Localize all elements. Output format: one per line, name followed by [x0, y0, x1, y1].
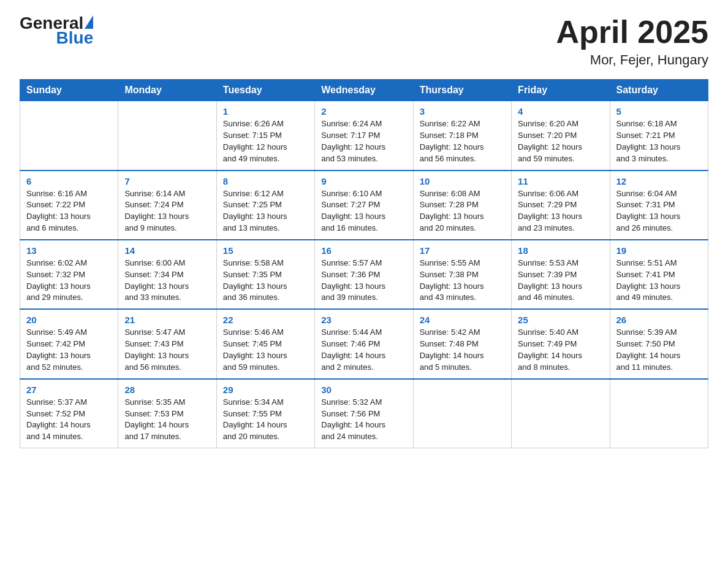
day-sun-info: Sunrise: 6:22 AMSunset: 7:18 PMDaylight:… — [420, 118, 505, 164]
day-sun-info: Sunrise: 5:40 AMSunset: 7:49 PMDaylight:… — [518, 327, 603, 373]
calendar-cell: 7Sunrise: 6:14 AMSunset: 7:24 PMDaylight… — [118, 170, 216, 240]
day-number: 22 — [223, 315, 308, 325]
day-number: 13 — [26, 245, 112, 256]
day-number: 4 — [518, 106, 603, 117]
calendar-cell: 27Sunrise: 5:37 AMSunset: 7:52 PMDayligh… — [20, 379, 118, 448]
day-sun-info: Sunrise: 6:02 AMSunset: 7:32 PMDaylight:… — [26, 258, 112, 304]
weekday-header-wednesday: Wednesday — [315, 80, 413, 101]
day-number: 28 — [124, 385, 210, 395]
day-number: 6 — [26, 176, 112, 186]
logo-triangle-icon — [85, 15, 93, 29]
day-number: 15 — [223, 245, 308, 256]
calendar-cell — [20, 101, 118, 170]
day-number: 18 — [518, 245, 603, 256]
logo: General Blue — [20, 15, 93, 47]
day-sun-info: Sunrise: 5:55 AMSunset: 7:38 PMDaylight:… — [420, 258, 505, 304]
day-sun-info: Sunrise: 6:10 AMSunset: 7:27 PMDaylight:… — [321, 188, 406, 234]
day-number: 10 — [420, 176, 505, 186]
calendar-cell: 6Sunrise: 6:16 AMSunset: 7:22 PMDaylight… — [20, 170, 118, 240]
weekday-header-friday: Friday — [512, 80, 610, 101]
month-year-title: April 2025 — [556, 15, 708, 50]
day-sun-info: Sunrise: 5:32 AMSunset: 7:56 PMDaylight:… — [321, 397, 406, 443]
calendar-cell: 13Sunrise: 6:02 AMSunset: 7:32 PMDayligh… — [20, 240, 118, 309]
calendar-cell — [512, 379, 610, 448]
day-number: 29 — [223, 385, 308, 395]
calendar-cell: 28Sunrise: 5:35 AMSunset: 7:53 PMDayligh… — [118, 379, 216, 448]
calendar-cell: 15Sunrise: 5:58 AMSunset: 7:35 PMDayligh… — [216, 240, 314, 309]
calendar-cell: 22Sunrise: 5:46 AMSunset: 7:45 PMDayligh… — [216, 309, 314, 378]
day-sun-info: Sunrise: 6:26 AMSunset: 7:15 PMDaylight:… — [223, 118, 308, 164]
calendar-cell: 17Sunrise: 5:55 AMSunset: 7:38 PMDayligh… — [413, 240, 511, 309]
calendar-week-row: 6Sunrise: 6:16 AMSunset: 7:22 PMDaylight… — [20, 170, 708, 240]
title-block: April 2025 Mor, Fejer, Hungary — [556, 15, 708, 68]
calendar-cell: 20Sunrise: 5:49 AMSunset: 7:42 PMDayligh… — [20, 309, 118, 378]
day-sun-info: Sunrise: 5:35 AMSunset: 7:53 PMDaylight:… — [124, 397, 210, 443]
weekday-header-saturday: Saturday — [610, 80, 708, 101]
day-sun-info: Sunrise: 5:46 AMSunset: 7:45 PMDaylight:… — [223, 327, 308, 373]
day-number: 5 — [616, 106, 702, 117]
day-number: 2 — [321, 106, 406, 117]
day-sun-info: Sunrise: 6:24 AMSunset: 7:17 PMDaylight:… — [321, 118, 406, 164]
day-sun-info: Sunrise: 6:08 AMSunset: 7:28 PMDaylight:… — [420, 188, 505, 234]
calendar-cell: 1Sunrise: 6:26 AMSunset: 7:15 PMDaylight… — [216, 101, 314, 170]
day-number: 19 — [616, 245, 702, 256]
page-header: General Blue April 2025 Mor, Fejer, Hung… — [20, 15, 708, 68]
weekday-header-row: SundayMondayTuesdayWednesdayThursdayFrid… — [20, 80, 708, 101]
calendar-cell: 2Sunrise: 6:24 AMSunset: 7:17 PMDaylight… — [315, 101, 413, 170]
day-sun-info: Sunrise: 5:44 AMSunset: 7:46 PMDaylight:… — [321, 327, 406, 373]
day-number: 30 — [321, 385, 406, 395]
day-number: 26 — [616, 315, 702, 325]
calendar-cell — [118, 101, 216, 170]
day-sun-info: Sunrise: 5:47 AMSunset: 7:43 PMDaylight:… — [124, 327, 210, 373]
weekday-header-thursday: Thursday — [413, 80, 511, 101]
day-number: 20 — [26, 315, 112, 325]
day-sun-info: Sunrise: 6:14 AMSunset: 7:24 PMDaylight:… — [124, 188, 210, 234]
calendar-cell: 26Sunrise: 5:39 AMSunset: 7:50 PMDayligh… — [610, 309, 708, 378]
weekday-header-monday: Monday — [118, 80, 216, 101]
day-number: 24 — [420, 315, 505, 325]
calendar-cell: 16Sunrise: 5:57 AMSunset: 7:36 PMDayligh… — [315, 240, 413, 309]
logo-blue-text: Blue — [56, 28, 94, 47]
day-number: 7 — [124, 176, 210, 186]
calendar-week-row: 20Sunrise: 5:49 AMSunset: 7:42 PMDayligh… — [20, 309, 708, 378]
day-sun-info: Sunrise: 5:57 AMSunset: 7:36 PMDaylight:… — [321, 258, 406, 304]
day-sun-info: Sunrise: 5:53 AMSunset: 7:39 PMDaylight:… — [518, 258, 603, 304]
calendar-cell: 8Sunrise: 6:12 AMSunset: 7:25 PMDaylight… — [216, 170, 314, 240]
day-number: 12 — [616, 176, 702, 186]
location-subtitle: Mor, Fejer, Hungary — [556, 52, 708, 68]
calendar-cell: 29Sunrise: 5:34 AMSunset: 7:55 PMDayligh… — [216, 379, 314, 448]
day-sun-info: Sunrise: 6:00 AMSunset: 7:34 PMDaylight:… — [124, 258, 210, 304]
day-number: 27 — [26, 385, 112, 395]
day-sun-info: Sunrise: 6:20 AMSunset: 7:20 PMDaylight:… — [518, 118, 603, 164]
weekday-header-tuesday: Tuesday — [216, 80, 314, 101]
calendar-table: SundayMondayTuesdayWednesdayThursdayFrid… — [20, 79, 708, 448]
calendar-cell — [610, 379, 708, 448]
calendar-cell: 25Sunrise: 5:40 AMSunset: 7:49 PMDayligh… — [512, 309, 610, 378]
day-number: 14 — [124, 245, 210, 256]
calendar-cell: 12Sunrise: 6:04 AMSunset: 7:31 PMDayligh… — [610, 170, 708, 240]
day-sun-info: Sunrise: 5:39 AMSunset: 7:50 PMDaylight:… — [616, 327, 702, 373]
day-number: 1 — [223, 106, 308, 117]
day-number: 17 — [420, 245, 505, 256]
calendar-cell: 21Sunrise: 5:47 AMSunset: 7:43 PMDayligh… — [118, 309, 216, 378]
calendar-cell: 4Sunrise: 6:20 AMSunset: 7:20 PMDaylight… — [512, 101, 610, 170]
weekday-header-sunday: Sunday — [20, 80, 118, 101]
day-sun-info: Sunrise: 6:04 AMSunset: 7:31 PMDaylight:… — [616, 188, 702, 234]
day-sun-info: Sunrise: 6:18 AMSunset: 7:21 PMDaylight:… — [616, 118, 702, 164]
day-sun-info: Sunrise: 6:12 AMSunset: 7:25 PMDaylight:… — [223, 188, 308, 234]
day-sun-info: Sunrise: 5:37 AMSunset: 7:52 PMDaylight:… — [26, 397, 112, 443]
calendar-cell: 11Sunrise: 6:06 AMSunset: 7:29 PMDayligh… — [512, 170, 610, 240]
day-sun-info: Sunrise: 5:42 AMSunset: 7:48 PMDaylight:… — [420, 327, 505, 373]
calendar-cell: 3Sunrise: 6:22 AMSunset: 7:18 PMDaylight… — [413, 101, 511, 170]
calendar-cell — [413, 379, 511, 448]
day-number: 25 — [518, 315, 603, 325]
calendar-week-row: 27Sunrise: 5:37 AMSunset: 7:52 PMDayligh… — [20, 379, 708, 448]
day-number: 8 — [223, 176, 308, 186]
calendar-cell: 19Sunrise: 5:51 AMSunset: 7:41 PMDayligh… — [610, 240, 708, 309]
day-number: 9 — [321, 176, 406, 186]
day-sun-info: Sunrise: 5:58 AMSunset: 7:35 PMDaylight:… — [223, 258, 308, 304]
calendar-cell: 5Sunrise: 6:18 AMSunset: 7:21 PMDaylight… — [610, 101, 708, 170]
calendar-cell: 10Sunrise: 6:08 AMSunset: 7:28 PMDayligh… — [413, 170, 511, 240]
day-number: 11 — [518, 176, 603, 186]
day-sun-info: Sunrise: 5:51 AMSunset: 7:41 PMDaylight:… — [616, 258, 702, 304]
